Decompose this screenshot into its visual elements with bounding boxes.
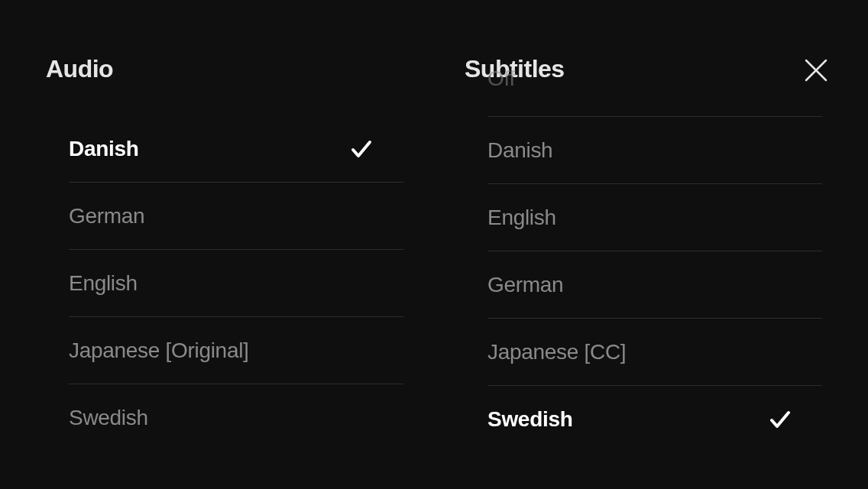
audio-option-list: DanishGermanEnglishJapanese [Original]Sw… — [46, 115, 403, 452]
subtitles-column: Subtitles OffDanishEnglishGermanJapanese… — [465, 55, 822, 489]
check-icon — [769, 408, 792, 431]
subtitles-option[interactable]: Danish — [487, 117, 822, 184]
subtitles-option[interactable]: English — [487, 184, 822, 251]
subtitles-option[interactable]: Swedish — [487, 386, 822, 453]
subtitles-option-label: Swedish — [487, 407, 573, 432]
audio-option-label: Danish — [69, 137, 139, 161]
check-icon — [350, 138, 373, 160]
audio-option-label: German — [69, 204, 144, 228]
audio-option[interactable]: Japanese [Original] — [69, 317, 403, 384]
subtitles-option-list: OffDanishEnglishGermanJapanese [CC]Swedi… — [465, 83, 822, 453]
audio-option-label: English — [69, 271, 138, 296]
audio-heading: Audio — [46, 55, 403, 83]
audio-option-label: Swedish — [69, 406, 148, 430]
subtitles-option-label: Off — [487, 66, 515, 91]
subtitles-option-label: Danish — [487, 138, 552, 163]
audio-option[interactable]: Danish — [69, 115, 403, 183]
subtitles-option[interactable]: German — [487, 251, 822, 319]
audio-option[interactable]: English — [69, 250, 403, 317]
audio-option-label: Japanese [Original] — [69, 338, 249, 363]
audio-option[interactable]: Swedish — [69, 384, 403, 452]
subtitles-option[interactable]: Japanese [CC] — [487, 319, 822, 386]
subtitles-heading: Subtitles — [465, 55, 822, 83]
audio-column: Audio DanishGermanEnglishJapanese [Origi… — [46, 55, 403, 489]
subtitles-option-label: English — [487, 206, 556, 230]
close-button[interactable] — [801, 55, 831, 86]
subtitles-option[interactable]: Off — [487, 83, 822, 117]
subtitles-option-label: Japanese [CC] — [487, 340, 626, 364]
subtitles-option-label: German — [487, 273, 563, 297]
close-icon — [803, 57, 829, 83]
audio-option[interactable]: German — [69, 183, 403, 250]
